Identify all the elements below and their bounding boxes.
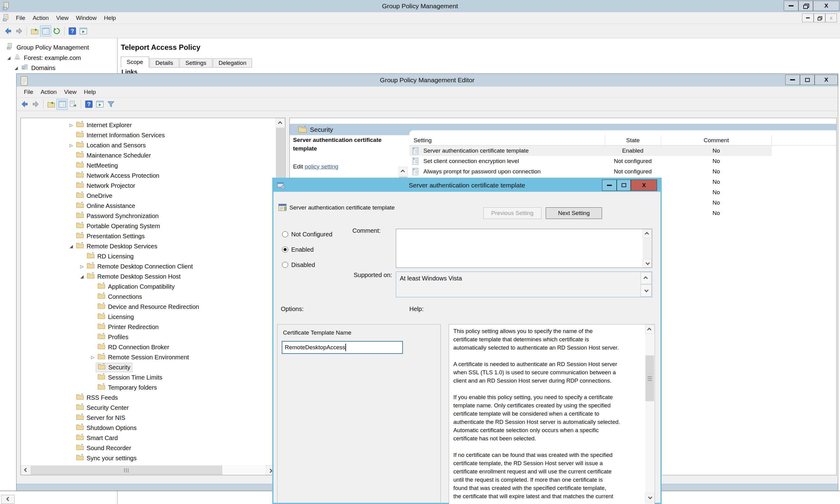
column-header-comment[interactable]: Comment bbox=[661, 135, 772, 145]
gpm-restore-button[interactable] bbox=[799, 1, 813, 11]
radio-button[interactable] bbox=[282, 231, 288, 237]
dialog-minimize-button[interactable] bbox=[602, 180, 617, 191]
tree-collapsed-arrow-icon[interactable]: ▷ bbox=[89, 352, 96, 362]
tree-node-internet-information-services[interactable]: Internet Information Services bbox=[74, 131, 167, 140]
tab-delegation[interactable]: Delegation bbox=[213, 58, 252, 68]
tree-node-temporary-folders[interactable]: Temporary folders bbox=[96, 383, 159, 392]
tree-node-domains[interactable]: Domains bbox=[19, 63, 57, 73]
tree-node-server-for-nis[interactable]: Server for NIS bbox=[74, 413, 127, 422]
tree-node-rd-licensing[interactable]: RD Licensing bbox=[85, 252, 136, 261]
tab-details[interactable]: Details bbox=[149, 58, 179, 68]
tree-node-presentation-settings[interactable]: Presentation Settings bbox=[74, 232, 146, 241]
mdi-minimize-button[interactable] bbox=[802, 14, 814, 22]
tree-node-network-projector[interactable]: Network Projector bbox=[74, 181, 137, 191]
refresh-icon[interactable] bbox=[51, 25, 62, 36]
policy-setting-link[interactable]: policy setting bbox=[305, 163, 338, 170]
tree-node-sound-recorder[interactable]: Sound Recorder bbox=[74, 444, 133, 453]
tree-node-remote-desktop-connection-client[interactable]: Remote Desktop Connection Client bbox=[85, 262, 195, 271]
gpme-menu-view[interactable]: View bbox=[60, 87, 80, 97]
mdi-restore-button[interactable] bbox=[814, 14, 825, 22]
tree-collapsed-arrow-icon[interactable]: ▷ bbox=[78, 262, 85, 272]
certificate-template-name-input[interactable]: RemoteDesktopAccess bbox=[282, 341, 403, 354]
show-window-icon[interactable] bbox=[57, 99, 68, 110]
settings-row[interactable]: Server authentication certificate templa… bbox=[409, 146, 772, 156]
tree-node-security[interactable]: Security bbox=[96, 363, 132, 372]
help-scrollbar[interactable] bbox=[645, 325, 654, 504]
radio-button[interactable] bbox=[282, 262, 288, 268]
gpme-menu-action[interactable]: Action bbox=[37, 87, 60, 97]
up-folder-icon[interactable] bbox=[29, 25, 40, 36]
gpm-menu-action[interactable]: Action bbox=[29, 13, 53, 23]
back-icon[interactable] bbox=[2, 25, 14, 36]
tree-node-network-access-protection[interactable]: Network Access Protection bbox=[74, 171, 161, 180]
mdi-close-button[interactable]: x bbox=[825, 14, 837, 22]
gpm-close-button[interactable]: X bbox=[813, 1, 839, 11]
scroll-up-button[interactable] bbox=[643, 229, 651, 238]
tree-node-password-synchronization[interactable]: Password Synchronization bbox=[74, 211, 161, 221]
tree-expanded-arrow-icon[interactable]: ◢ bbox=[68, 241, 75, 251]
tree-horizontal-scrollbar[interactable] bbox=[21, 465, 285, 475]
comment-scrollbar[interactable] bbox=[643, 229, 652, 268]
tree-expanded-arrow-icon[interactable]: ◢ bbox=[13, 63, 20, 73]
tree-node-profiles[interactable]: Profiles bbox=[96, 332, 130, 342]
dialog-close-button[interactable]: X bbox=[631, 180, 657, 191]
tree-node-shutdown-options[interactable]: Shutdown Options bbox=[74, 423, 138, 433]
tree-collapsed-arrow-icon[interactable]: ▷ bbox=[68, 140, 75, 150]
tree-node-rss-feeds[interactable]: RSS Feeds bbox=[74, 393, 120, 402]
tree-node-printer-redirection[interactable]: Printer Redirection bbox=[96, 322, 161, 332]
tree-node-rd-connection-broker[interactable]: RD Connection Broker bbox=[96, 343, 171, 352]
scroll-thumb[interactable] bbox=[645, 355, 654, 401]
help-icon[interactable]: ? bbox=[83, 99, 94, 110]
tree-node-group-policy-management[interactable]: Group Policy Management bbox=[4, 43, 91, 52]
tree-node-session-time-limits[interactable]: Session Time Limits bbox=[96, 373, 164, 382]
tree-node-licensing[interactable]: Licensing bbox=[96, 312, 136, 322]
tab-scope[interactable]: Scope bbox=[121, 57, 149, 68]
tree-node-remote-desktop-session-host[interactable]: Remote Desktop Session Host bbox=[85, 272, 182, 281]
tree-node-portable-operating-system[interactable]: Portable Operating System bbox=[74, 221, 162, 231]
tree-node-remote-session-environment[interactable]: Remote Session Environment bbox=[96, 353, 191, 362]
settings-row[interactable]: Set client connection encryption levelNo… bbox=[409, 156, 772, 166]
up-folder-icon[interactable] bbox=[46, 99, 57, 110]
dialog-maximize-button[interactable] bbox=[617, 180, 631, 191]
scroll-down-button[interactable] bbox=[643, 259, 651, 268]
tree-node-application-compatibility[interactable]: Application Compatibility bbox=[96, 282, 177, 291]
tree-node-online-assistance[interactable]: Online Assistance bbox=[74, 201, 137, 211]
show-window-icon[interactable] bbox=[40, 25, 51, 36]
description-scroll-up-button[interactable] bbox=[398, 167, 408, 176]
tree-node-security-center[interactable]: Security Center bbox=[74, 403, 131, 413]
tree-node-remote-desktop-services[interactable]: Remote Desktop Services bbox=[74, 241, 159, 251]
tree-node-device-and-resource-redirection[interactable]: Device and Resource Redirection bbox=[96, 302, 201, 312]
new-window-icon[interactable] bbox=[78, 25, 89, 36]
gpm-menu-help[interactable]: Help bbox=[100, 13, 120, 23]
gpme-menu-file[interactable]: File bbox=[20, 87, 37, 97]
radio-disabled[interactable]: Disabled bbox=[282, 261, 315, 269]
radio-button[interactable] bbox=[282, 247, 288, 253]
gpm-menu-view[interactable]: View bbox=[52, 13, 72, 23]
tree-node-smart-card[interactable]: Smart Card bbox=[74, 433, 120, 443]
tree-node-connections[interactable]: Connections bbox=[96, 292, 144, 302]
comment-textarea[interactable] bbox=[396, 229, 643, 268]
gpm-minimize-button[interactable] bbox=[784, 1, 799, 11]
tree-node-onedrive[interactable]: OneDrive bbox=[74, 191, 114, 201]
forward-icon[interactable] bbox=[30, 99, 41, 110]
radio-not-configured[interactable]: Not Configured bbox=[282, 230, 333, 238]
scroll-down-button[interactable] bbox=[645, 493, 654, 502]
gpm-menu-window[interactable]: Window bbox=[72, 13, 100, 23]
gpme-maximize-button[interactable] bbox=[800, 75, 815, 85]
gpm-menu-file[interactable]: File bbox=[12, 13, 29, 23]
spin-up-button[interactable] bbox=[641, 272, 651, 284]
settings-row[interactable]: Always prompt for password upon connecti… bbox=[409, 166, 772, 177]
tab-settings[interactable]: Settings bbox=[180, 58, 212, 68]
export-list-icon[interactable] bbox=[68, 99, 78, 110]
tree-node-internet-explorer[interactable]: Internet Explorer bbox=[74, 121, 134, 130]
tree-node-maintenance-scheduler[interactable]: Maintenance Scheduler bbox=[74, 151, 153, 160]
tree-collapsed-arrow-icon[interactable]: ▷ bbox=[68, 120, 75, 130]
back-icon[interactable] bbox=[19, 99, 30, 110]
new-window-icon[interactable] bbox=[94, 99, 105, 110]
scroll-left-button[interactable] bbox=[21, 466, 30, 475]
gpme-menu-help[interactable]: Help bbox=[80, 87, 100, 97]
scroll-thumb[interactable] bbox=[31, 466, 222, 475]
filter-icon[interactable] bbox=[105, 99, 116, 110]
tree-node-location-and-sensors[interactable]: Location and Sensors bbox=[74, 141, 147, 150]
previous-setting-button[interactable]: Previous Setting bbox=[483, 208, 541, 219]
